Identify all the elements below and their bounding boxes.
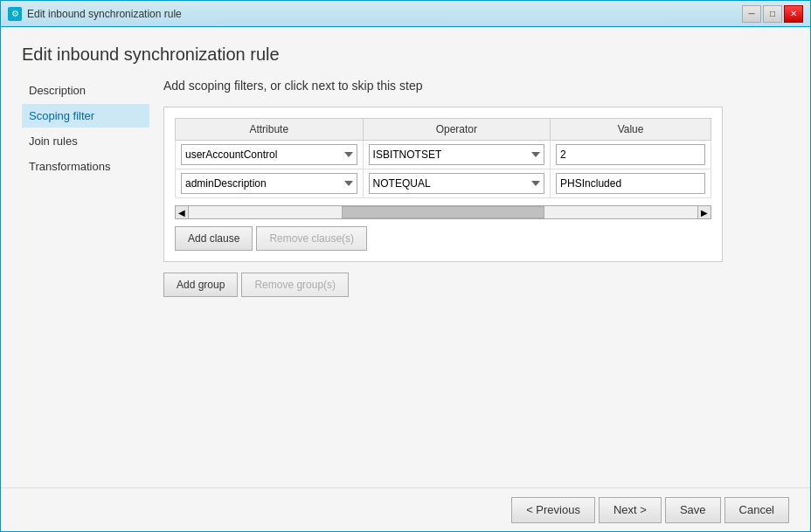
row2-operator-select[interactable]: NOTEQUAL bbox=[369, 173, 545, 194]
row2-value-cell bbox=[551, 169, 711, 198]
right-panel: Add scoping filters, or click next to sk… bbox=[149, 79, 810, 487]
save-button[interactable]: Save bbox=[665, 497, 721, 523]
window-title: Edit inbound synchronization rule bbox=[27, 8, 182, 20]
row1-value-cell bbox=[551, 141, 711, 169]
close-button[interactable]: ✕ bbox=[784, 5, 803, 23]
filter-group: Attribute Operator Value userAccountCont… bbox=[163, 107, 723, 262]
scroll-right-button[interactable]: ▶ bbox=[697, 205, 711, 219]
minimize-button[interactable]: ─ bbox=[742, 5, 761, 23]
row2-attribute-select[interactable]: adminDescription bbox=[181, 173, 357, 194]
previous-button[interactable]: < Previous bbox=[511, 497, 595, 523]
scroll-left-button[interactable]: ◀ bbox=[175, 205, 189, 219]
add-group-button[interactable]: Add group bbox=[163, 273, 238, 297]
content-area: Edit inbound synchronization rule Descri… bbox=[1, 27, 810, 531]
footer: < Previous Next > Save Cancel bbox=[1, 487, 810, 531]
row1-value-input[interactable] bbox=[556, 144, 705, 165]
horizontal-scrollbar: ◀ ▶ bbox=[175, 205, 711, 219]
group-buttons: Add group Remove group(s) bbox=[163, 273, 723, 297]
window-controls: ─ □ ✕ bbox=[742, 5, 803, 23]
title-bar: ⚙ Edit inbound synchronization rule ─ □ … bbox=[1, 1, 810, 27]
col-header-attribute: Attribute bbox=[176, 119, 364, 141]
clause-buttons: Add clause Remove clause(s) bbox=[175, 226, 711, 251]
row2-operator-cell: NOTEQUAL bbox=[363, 169, 551, 198]
row2-attribute-cell: adminDescription bbox=[176, 169, 364, 198]
row1-attribute-select[interactable]: userAccountControl bbox=[181, 144, 357, 165]
remove-clause-button[interactable]: Remove clause(s) bbox=[256, 226, 367, 251]
page-title: Edit inbound synchronization rule bbox=[1, 27, 810, 79]
row1-operator-cell: ISBITNOTSET bbox=[363, 141, 551, 169]
col-header-value: Value bbox=[551, 119, 711, 141]
table-row: userAccountControl ISBITNOTSET bbox=[176, 141, 711, 169]
table-row: adminDescription NOTEQUAL bbox=[176, 169, 711, 198]
main-window: ⚙ Edit inbound synchronization rule ─ □ … bbox=[0, 0, 811, 532]
maximize-button[interactable]: □ bbox=[763, 5, 782, 23]
title-bar-left: ⚙ Edit inbound synchronization rule bbox=[8, 7, 182, 21]
scroll-track[interactable] bbox=[189, 205, 697, 219]
remove-group-button[interactable]: Remove group(s) bbox=[241, 273, 349, 297]
sidebar-item-description[interactable]: Description bbox=[22, 79, 149, 102]
col-header-operator: Operator bbox=[363, 119, 551, 141]
sidebar: Description Scoping filter Join rules Tr… bbox=[1, 79, 149, 487]
row1-operator-select[interactable]: ISBITNOTSET bbox=[369, 144, 545, 165]
sidebar-item-transformations[interactable]: Transformations bbox=[22, 155, 149, 178]
scroll-thumb bbox=[342, 206, 545, 218]
sidebar-item-scoping-filter[interactable]: Scoping filter bbox=[22, 104, 149, 128]
cancel-button[interactable]: Cancel bbox=[724, 497, 789, 523]
sidebar-item-join-rules[interactable]: Join rules bbox=[22, 129, 149, 153]
next-button[interactable]: Next > bbox=[599, 497, 662, 523]
row1-attribute-cell: userAccountControl bbox=[176, 141, 364, 169]
section-title: Add scoping filters, or click next to sk… bbox=[163, 79, 789, 93]
filter-table: Attribute Operator Value userAccountCont… bbox=[175, 118, 711, 198]
main-content: Description Scoping filter Join rules Tr… bbox=[1, 79, 810, 487]
row2-value-input[interactable] bbox=[556, 173, 705, 194]
window-icon: ⚙ bbox=[8, 7, 22, 21]
add-clause-button[interactable]: Add clause bbox=[175, 226, 253, 251]
